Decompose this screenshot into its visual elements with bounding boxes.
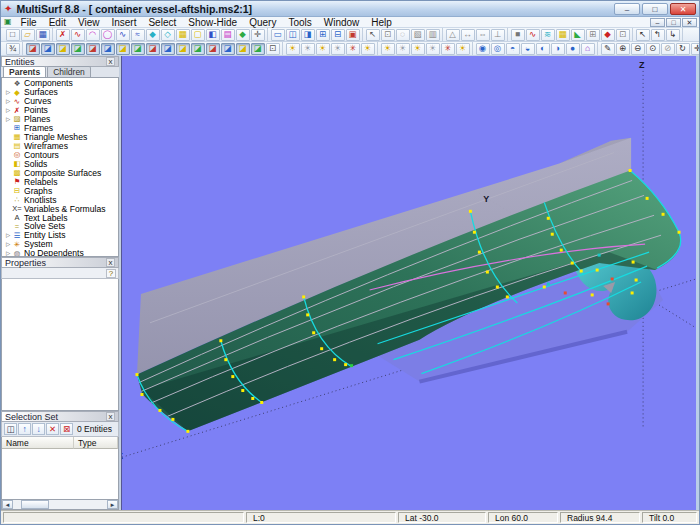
view-preset-13-button[interactable]: ◪ [206,43,220,55]
menu-view[interactable]: View [72,17,106,28]
view-preset-9-button[interactable]: ◪ [146,43,160,55]
expand-arrow-icon[interactable]: ▷ [4,98,12,104]
expand-arrow-icon[interactable]: ▷ [4,250,12,256]
view-left-button[interactable]: ◐ [536,43,550,55]
hide-selected-button[interactable]: ☀ [331,43,345,55]
child-close-button[interactable]: ✕ [682,18,697,27]
select-parents-button[interactable]: ↰ [651,29,665,41]
column-header-type[interactable]: Type [74,437,118,449]
tab-children[interactable]: Children [47,66,91,77]
close-button[interactable]: ✕ [670,3,696,15]
clear-selection-button[interactable]: ⊠ [60,423,73,435]
inspect-patch-button[interactable]: ■ [511,29,525,41]
insert-circle-button[interactable]: ◯ [101,29,115,41]
scroll-thumb[interactable] [21,500,49,509]
expand-arrow-icon[interactable]: ▷ [4,116,12,122]
parameter-grid-button[interactable]: ⊡ [616,29,630,41]
select-entity-button[interactable]: ↖ [636,29,650,41]
view-preset-11-button[interactable]: ◪ [176,43,190,55]
show-all-button[interactable]: ☀ [286,43,300,55]
select-pointer-button[interactable]: ↖ [366,29,380,41]
view-front-button[interactable]: ◉ [476,43,490,55]
view-iso-button[interactable]: ● [566,43,580,55]
scroll-left-icon[interactable]: ◄ [2,500,13,509]
menu-window[interactable]: Window [318,17,366,28]
invert-visibility-button[interactable]: ✳ [346,43,360,55]
view-preset-6-button[interactable]: ◪ [101,43,115,55]
show-points-button[interactable]: ☀ [411,43,425,55]
view-preset-7-button[interactable]: ◪ [116,43,130,55]
insert-ruled-surface-button[interactable]: ◇ [161,29,175,41]
select-children-button[interactable]: ↳ [666,29,680,41]
show-children-button[interactable]: ☀ [381,43,395,55]
save-file-button[interactable]: ▦ [36,29,50,41]
column-header-name[interactable]: Name [2,437,74,449]
insert-arc-button[interactable]: ◠ [86,29,100,41]
view-preset-10-button[interactable]: ◪ [161,43,175,55]
menu-insert[interactable]: Insert [105,17,142,28]
select-by-name-button[interactable]: ▧ [411,29,425,41]
expand-arrow-icon[interactable]: ▷ [4,107,12,113]
expand-arrow-icon[interactable]: ▷ [4,241,12,247]
quick-point-button[interactable]: ✛ [251,29,265,41]
menu-tools[interactable]: Tools [282,17,317,28]
measure-distance-button[interactable]: ↔ [461,29,475,41]
invert-selection-visibility-button[interactable]: ✳ [441,43,455,55]
view-new-window-button[interactable]: ⊟ [331,29,345,41]
view-close-button[interactable]: ▣ [346,29,360,41]
insert-mesh-button[interactable]: ▦ [176,29,190,41]
view-single-button[interactable]: ▭ [271,29,285,41]
insert-surface-button[interactable]: ◆ [146,29,160,41]
child-minimize-button[interactable]: – [650,18,665,27]
pan-view-button[interactable]: ✛ [691,43,700,55]
menu-query[interactable]: Query [243,17,282,28]
hide-all-button[interactable]: ☀ [301,43,315,55]
print-button[interactable]: ⊡ [266,43,280,55]
menu-file[interactable]: File [15,17,43,28]
view-preset-3-button[interactable]: ◪ [56,43,70,55]
properties-help-icon[interactable]: ? [106,269,116,278]
insert-contour-button[interactable]: ▤ [221,29,235,41]
view-preset-12-button[interactable]: ◪ [191,43,205,55]
selection-set-close-icon[interactable]: x [106,412,115,421]
entities-close-icon[interactable]: x [106,57,115,66]
open-file-button[interactable]: ▱ [21,29,35,41]
view-preset-14-button[interactable]: ◪ [221,43,235,55]
measure-normal-button[interactable]: ⊥ [491,29,505,41]
hide-points-button[interactable]: ☀ [426,43,440,55]
insert-solid-button[interactable]: ◧ [206,29,220,41]
expand-arrow-icon[interactable]: ▷ [4,89,12,95]
insert-relabel-button[interactable]: ◆ [236,29,250,41]
new-file-button[interactable]: □ [6,29,20,41]
show-selected-button[interactable]: ☀ [316,43,330,55]
view-preset-4-button[interactable]: ◪ [71,43,85,55]
menu-show-hide[interactable]: Show-Hide [182,17,243,28]
weight-edit-button[interactable]: ◆ [601,29,615,41]
view-preset-1-button[interactable]: ◪ [26,43,40,55]
move-down-button[interactable]: ↓ [32,423,45,435]
child-restore-button[interactable]: □ [666,18,681,27]
selection-list-button[interactable]: ◫ [4,423,17,435]
minimize-button[interactable]: – [614,3,640,15]
view-home-button[interactable]: ⌂ [581,43,595,55]
three-quarter-view-button[interactable]: ¾ [6,43,20,55]
tree-item-no-dependents[interactable]: ▷◍No Dependents [4,249,118,257]
restore-visibility-button[interactable]: ☀ [456,43,470,55]
select-filter-button[interactable]: ▥ [426,29,440,41]
viewport-3d[interactable]: X Y Z [121,56,696,510]
menu-help[interactable]: Help [365,17,398,28]
insert-plane-button[interactable]: ▢ [191,29,205,41]
view-top-button[interactable]: ◓ [506,43,520,55]
remove-selected-button[interactable]: ✕ [46,423,59,435]
probe-button[interactable]: ✎ [601,43,615,55]
insert-point-button[interactable]: ✗ [56,29,70,41]
view-preset-16-button[interactable]: ◪ [251,43,265,55]
properties-close-icon[interactable]: x [106,258,115,267]
gauss-map-button[interactable]: ▦ [556,29,570,41]
view-preset-15-button[interactable]: ◪ [236,43,250,55]
contour-query-button[interactable]: ⊞ [586,29,600,41]
zoom-in-button[interactable]: ⊕ [616,43,630,55]
measure-triangle-button[interactable]: △ [446,29,460,41]
curvature-profile-button[interactable]: ∿ [526,29,540,41]
measure-offsets-button[interactable]: ⇔ [476,29,490,41]
